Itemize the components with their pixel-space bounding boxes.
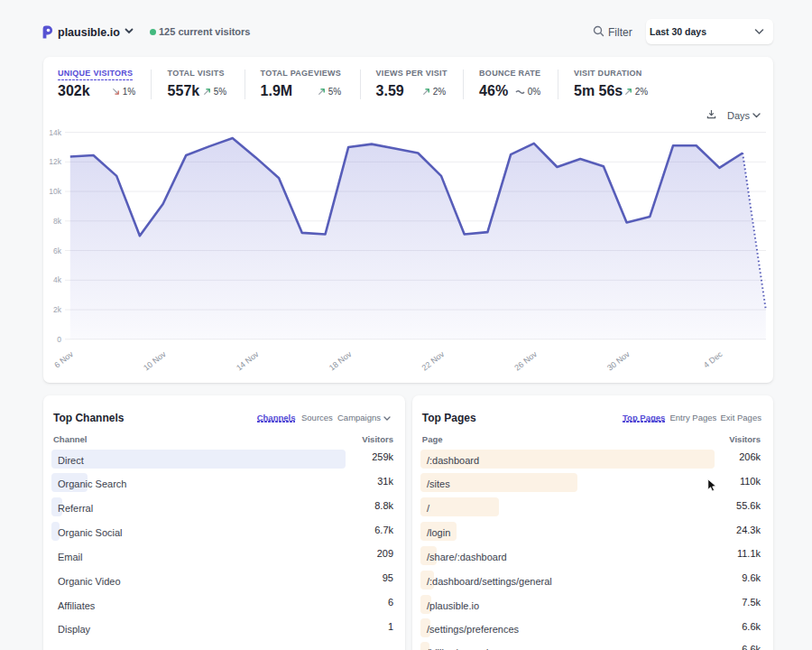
svg-text:10 Nov: 10 Nov — [142, 349, 168, 373]
svg-text:26 Nov: 26 Nov — [512, 349, 539, 373]
svg-text:12k: 12k — [49, 157, 61, 166]
svg-text:10k: 10k — [49, 187, 61, 196]
svg-text:4k: 4k — [53, 275, 62, 284]
svg-text:4 Dec: 4 Dec — [702, 349, 724, 370]
svg-text:0: 0 — [57, 335, 61, 344]
svg-text:22 Nov: 22 Nov — [420, 349, 447, 373]
svg-text:14 Nov: 14 Nov — [235, 349, 261, 373]
svg-text:18 Nov: 18 Nov — [328, 349, 354, 373]
svg-text:6 Nov: 6 Nov — [52, 349, 75, 370]
svg-text:6k: 6k — [53, 246, 62, 255]
svg-text:2k: 2k — [53, 305, 62, 314]
svg-text:8k: 8k — [53, 217, 62, 226]
svg-text:30 Nov: 30 Nov — [605, 349, 632, 373]
svg-text:14k: 14k — [49, 128, 61, 137]
